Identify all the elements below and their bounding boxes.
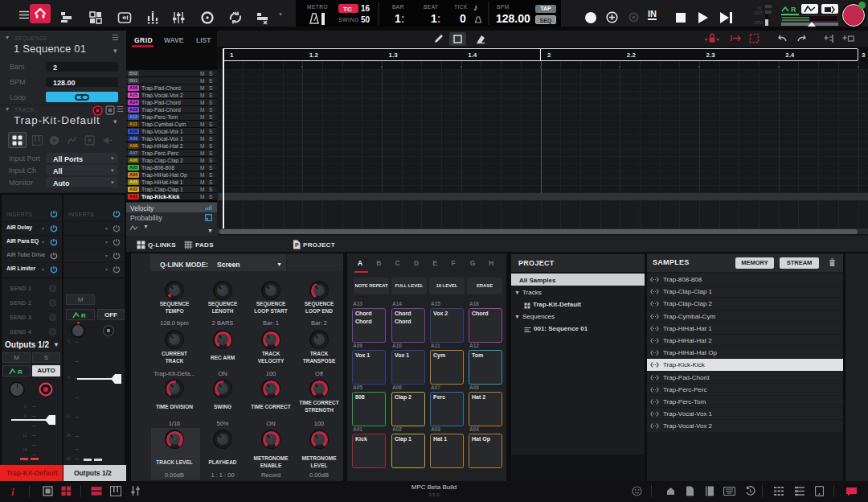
svg-text:R: R <box>791 6 796 14</box>
svg-text:i: i <box>11 486 14 497</box>
svg-text:R: R <box>18 368 23 375</box>
svg-text:P: P <box>295 242 299 248</box>
svg-text:R: R <box>81 312 86 319</box>
